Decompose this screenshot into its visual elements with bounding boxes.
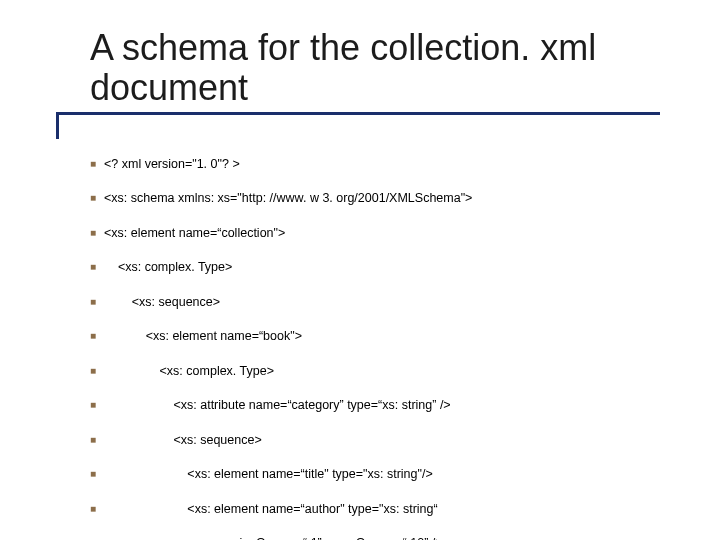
code-line: ■<xs: schema xmlns: xs="http: //www. w 3… bbox=[90, 190, 670, 207]
code-text: <xs: element name=“book"> bbox=[104, 329, 302, 343]
code-line: ■ <xs: sequence> bbox=[90, 432, 670, 449]
code-text: <xs: complex. Type> bbox=[104, 364, 274, 378]
code-text: <xs: sequence> bbox=[104, 433, 262, 447]
code-text: min. Occurs=“ 1” max. Occurs=“ 10” /> bbox=[104, 536, 443, 540]
title-wrap: A schema for the collection. xml documen… bbox=[90, 28, 670, 109]
code-line: ■ min. Occurs=“ 1” max. Occurs=“ 10” /> bbox=[90, 535, 670, 540]
slide: A schema for the collection. xml documen… bbox=[0, 0, 720, 540]
title-line-1: A schema for the collection. xml bbox=[90, 27, 596, 68]
bullet-icon: ■ bbox=[90, 157, 104, 171]
bullet-icon: ■ bbox=[90, 295, 104, 309]
code-text: <xs: complex. Type> bbox=[104, 260, 232, 274]
title-tick bbox=[56, 115, 59, 139]
code-line: ■<? xml version="1. 0"? > bbox=[90, 156, 670, 173]
code-line: ■ <xs: complex. Type> bbox=[90, 259, 670, 276]
code-line: ■ <xs: attribute name=“category” type=“x… bbox=[90, 397, 670, 414]
bullet-icon: ■ bbox=[90, 398, 104, 412]
bullet-icon: ■ bbox=[90, 260, 104, 274]
code-text: <xs: schema xmlns: xs="http: //www. w 3.… bbox=[104, 191, 472, 205]
code-text: <xs: attribute name=“category” type=“xs:… bbox=[104, 398, 451, 412]
xml-code-block: ■<? xml version="1. 0"? > ■<xs: schema x… bbox=[90, 139, 670, 540]
code-line: ■ <xs: element name=“title" type="xs: st… bbox=[90, 466, 670, 483]
bullet-icon: ■ bbox=[90, 364, 104, 378]
bullet-icon: ■ bbox=[90, 433, 104, 447]
code-text: <? xml version="1. 0"? > bbox=[104, 157, 240, 171]
bullet-icon: ■ bbox=[90, 502, 104, 516]
slide-title: A schema for the collection. xml documen… bbox=[90, 28, 670, 109]
code-line: ■ <xs: element name=“book"> bbox=[90, 328, 670, 345]
bullet-icon: ■ bbox=[90, 536, 104, 540]
code-line: ■<xs: element name=“collection"> bbox=[90, 225, 670, 242]
bullet-icon: ■ bbox=[90, 191, 104, 205]
title-underline bbox=[56, 112, 660, 115]
code-text: <xs: element name=“collection"> bbox=[104, 226, 285, 240]
bullet-icon: ■ bbox=[90, 467, 104, 481]
code-line: ■ <xs: element name=“author" type="xs: s… bbox=[90, 501, 670, 518]
code-text: <xs: element name=“title" type="xs: stri… bbox=[104, 467, 433, 481]
code-text: <xs: sequence> bbox=[104, 295, 220, 309]
code-text: <xs: element name=“author" type="xs: str… bbox=[104, 502, 438, 516]
bullet-icon: ■ bbox=[90, 226, 104, 240]
bullet-icon: ■ bbox=[90, 329, 104, 343]
code-line: ■ <xs: complex. Type> bbox=[90, 363, 670, 380]
title-line-2: document bbox=[90, 67, 248, 108]
code-line: ■ <xs: sequence> bbox=[90, 294, 670, 311]
